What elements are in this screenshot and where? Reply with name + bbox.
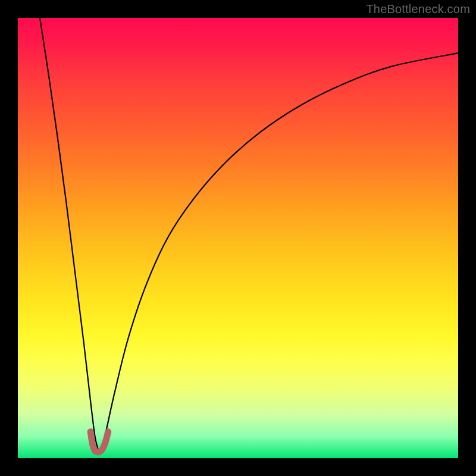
- plot-area: [18, 18, 458, 458]
- right-branch-curve: [102, 53, 458, 449]
- notch-marker-curve: [90, 432, 108, 452]
- chart-frame: TheBottleneck.com: [0, 0, 476, 476]
- attribution-text: TheBottleneck.com: [366, 2, 470, 16]
- left-branch-curve: [40, 18, 98, 449]
- curve-layer: [18, 18, 458, 458]
